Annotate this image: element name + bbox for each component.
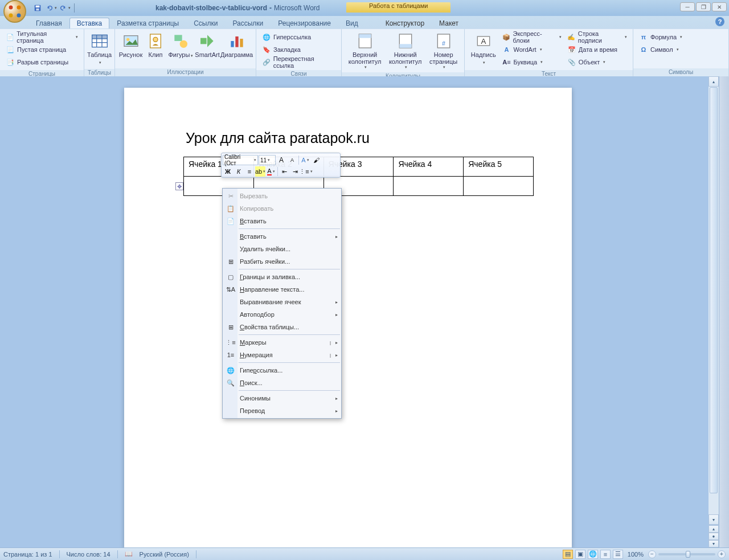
blank-page-button[interactable]: 📃Пустая страница xyxy=(3,43,80,56)
outline-view-button[interactable]: ≡ xyxy=(600,550,611,559)
undo-icon[interactable]: ▾ xyxy=(46,2,57,14)
restore-button[interactable]: ❐ xyxy=(696,2,711,11)
clipart-button[interactable]: Клип xyxy=(144,31,167,67)
bullets-icon[interactable]: ⋮≡▾ xyxy=(301,166,311,177)
ctx-bullets[interactable]: ⋮≡Маркеры|▸ xyxy=(223,336,341,349)
status-words[interactable]: Число слов: 14 xyxy=(67,551,110,558)
draft-view-button[interactable]: ☰ xyxy=(613,550,623,559)
redo-icon[interactable]: ▾ xyxy=(59,2,71,14)
table-move-handle[interactable]: ✥ xyxy=(175,182,183,190)
table-cell[interactable]: Ячейка 4 xyxy=(394,157,464,177)
close-button[interactable]: ✕ xyxy=(712,2,727,11)
smartart-button[interactable]: SmartArt xyxy=(195,31,220,67)
table-button[interactable]: Таблица▾ xyxy=(88,31,111,67)
tab-mailings[interactable]: Рассылки xyxy=(225,18,271,28)
ctx-cell-align[interactable]: Выравнивание ячеек▸ xyxy=(223,296,341,308)
scroll-down-button[interactable]: ▾ xyxy=(708,514,719,525)
shrink-font-icon[interactable]: A xyxy=(287,155,297,165)
chart-button[interactable]: Диаграмма xyxy=(221,31,252,67)
styles-icon[interactable]: A▾ xyxy=(300,155,310,165)
ctx-synonyms[interactable]: Синонимы▸ xyxy=(223,392,341,404)
object-button[interactable]: 📎Объект▾ xyxy=(565,56,629,68)
center-align-icon[interactable]: ≡ xyxy=(244,166,255,177)
tab-table-layout[interactable]: Макет xyxy=(432,18,466,28)
signature-button[interactable]: ✍Строка подписи▾ xyxy=(565,31,629,43)
fullscreen-view-button[interactable]: ▣ xyxy=(575,550,585,559)
crossref-button[interactable]: 🔗Перекрестная ссылка xyxy=(260,56,338,68)
page[interactable]: Урок для сайта paratapok.ru ✥ Ячейка 1 Я… xyxy=(124,88,572,547)
table-cell[interactable]: Ячейка 5 xyxy=(464,157,534,177)
wordart-button[interactable]: AWordArt▾ xyxy=(500,43,564,56)
mini-font-combo[interactable]: Calibri (Ост ▾ xyxy=(223,155,258,165)
next-page-button[interactable]: ▾ xyxy=(708,540,719,547)
save-icon[interactable] xyxy=(32,2,43,14)
tab-references[interactable]: Ссылки xyxy=(186,18,225,28)
indent-icon[interactable]: ⇥ xyxy=(290,166,300,177)
ctx-split-cells[interactable]: ⊞Разбить ячейки... xyxy=(223,255,341,268)
picture-button[interactable]: Рисунок xyxy=(118,31,143,67)
italic-icon[interactable]: К xyxy=(234,166,244,177)
quickparts-button[interactable]: 📦Экспресс-блоки▾ xyxy=(500,31,564,43)
ctx-translate[interactable]: Перевод▸ xyxy=(223,404,341,417)
minimize-button[interactable]: ─ xyxy=(680,2,695,11)
equation-button[interactable]: πФормула▾ xyxy=(637,31,685,43)
bookmark-button[interactable]: 🔖Закладка xyxy=(260,43,338,56)
bold-icon[interactable]: Ж xyxy=(223,166,233,177)
cover-page-button[interactable]: 📄Титульная страница▾ xyxy=(3,31,80,43)
tab-home[interactable]: Главная xyxy=(28,18,69,28)
ctx-autofit[interactable]: Автоподбор▸ xyxy=(223,308,341,321)
zoom-out-button[interactable]: − xyxy=(648,550,656,558)
mini-size-combo[interactable]: 11 ▾ xyxy=(259,155,276,165)
footer-button[interactable]: Нижний колонтитул▾ xyxy=(386,31,425,71)
vertical-scrollbar[interactable]: ▴ ▾ xyxy=(708,76,719,525)
zoom-in-button[interactable]: + xyxy=(718,550,726,558)
highlight-icon[interactable]: ab▾ xyxy=(255,166,265,177)
hyperlink-button[interactable]: 🌐Гиперссылка xyxy=(260,31,338,43)
page-break-button[interactable]: 📑Разрыв страницы xyxy=(3,56,80,68)
tab-insert[interactable]: Вставка xyxy=(69,18,110,28)
ctx-lookup[interactable]: 🔍Поиск... xyxy=(223,377,341,389)
prev-page-button[interactable]: ▴ xyxy=(708,525,719,533)
datetime-button[interactable]: 📅Дата и время xyxy=(565,43,629,56)
tab-page-layout[interactable]: Разметка страницы xyxy=(109,18,186,28)
tab-review[interactable]: Рецензирование xyxy=(271,18,338,28)
font-color-icon[interactable]: A▾ xyxy=(266,166,276,177)
ctx-paste[interactable]: 📄Вставить xyxy=(223,215,341,227)
tab-table-design[interactable]: Конструктор xyxy=(378,18,432,28)
office-button[interactable] xyxy=(3,0,26,23)
outdent-icon[interactable]: ⇤ xyxy=(279,166,289,177)
shapes-button[interactable]: Фигуры▾ xyxy=(168,31,194,67)
format-painter-icon[interactable]: 🖌 xyxy=(311,155,321,165)
ctx-delete-cells[interactable]: Удалить ячейки... xyxy=(223,243,341,255)
scroll-thumb[interactable] xyxy=(710,87,718,493)
ctx-borders[interactable]: ▢Границы и заливка... xyxy=(223,271,341,283)
scroll-track[interactable] xyxy=(708,87,719,514)
equation-icon: π xyxy=(639,32,648,42)
ctx-numbering[interactable]: 1≡Нумерация|▸ xyxy=(223,349,341,361)
help-button[interactable]: ? xyxy=(715,17,724,26)
ctx-insert[interactable]: Вставить▸ xyxy=(223,230,341,243)
zoom-level[interactable]: 100% xyxy=(628,551,644,558)
ctx-text-direction[interactable]: ⇅AНаправление текста... xyxy=(223,283,341,296)
status-language[interactable]: Русский (Россия) xyxy=(140,551,189,558)
svg-rect-19 xyxy=(200,38,207,44)
ctx-hyperlink[interactable]: 🌐Гиперссылка... xyxy=(223,364,341,377)
table-cell[interactable] xyxy=(394,177,464,196)
status-proofing-icon[interactable]: 📖 xyxy=(125,550,133,558)
web-view-button[interactable]: 🌐 xyxy=(588,550,598,559)
tab-view[interactable]: Вид xyxy=(338,18,366,28)
zoom-thumb[interactable] xyxy=(686,551,690,558)
print-layout-view-button[interactable]: ▤ xyxy=(563,550,573,559)
symbol-button[interactable]: ΩСимвол▾ xyxy=(637,43,685,56)
status-page[interactable]: Страница: 1 из 1 xyxy=(3,551,52,558)
dropcap-button[interactable]: A≡Буквица▾ xyxy=(500,56,564,68)
header-button[interactable]: Верхний колонтитул▾ xyxy=(345,31,384,71)
textbox-button[interactable]: AНадпись▾ xyxy=(468,31,499,68)
page-number-button[interactable]: #Номер страницы▾ xyxy=(426,31,461,71)
ctx-table-props[interactable]: ⊞Свойства таблицы... xyxy=(223,321,341,333)
grow-font-icon[interactable]: A xyxy=(276,155,286,165)
browse-object-button[interactable]: ● xyxy=(708,533,719,540)
zoom-slider[interactable] xyxy=(658,553,715,555)
scroll-up-button[interactable]: ▴ xyxy=(708,76,719,87)
table-cell[interactable] xyxy=(464,177,534,196)
